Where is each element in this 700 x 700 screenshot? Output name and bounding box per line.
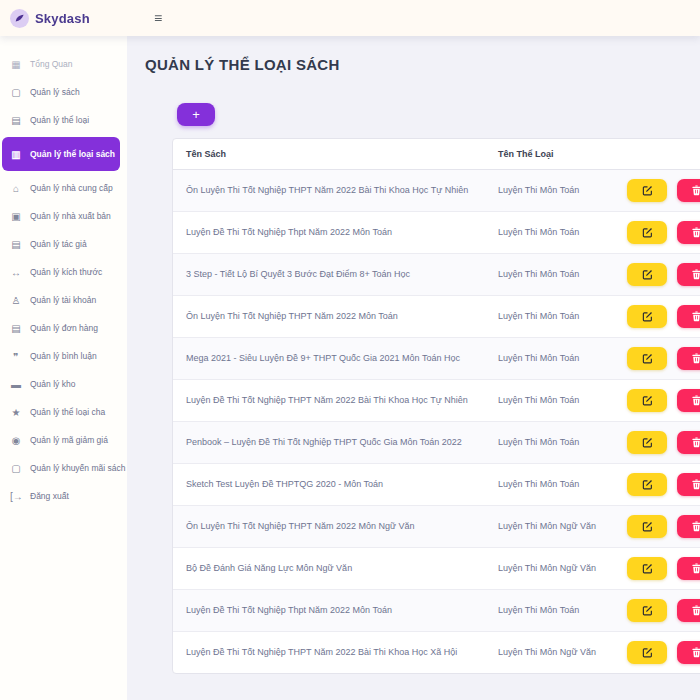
sidebar-item-quan-ly-sach[interactable]: ▢Quản lý sách [0,78,127,106]
actions-cell [615,337,700,379]
delete-button[interactable] [677,557,700,580]
trash-icon [691,521,700,532]
actions-cell [615,211,700,253]
table-row: Mega 2021 - Siêu Luyện Đề 9+ THPT Quốc G… [173,337,700,379]
sidebar: ▦Tổng Quan▢Quản lý sách▤Quản lý thể loại… [0,36,127,700]
sidebar-item-label: Quản lý kho [30,379,75,389]
sidebar-item-label: Quản lý tác giả [30,239,87,249]
sidebar-item-quan-ly-binh-luan[interactable]: ❞Quản lý bình luận [0,342,127,370]
edit-button[interactable] [627,389,667,412]
edit-button[interactable] [627,599,667,622]
sidebar-item-quan-ly-ma-giam-gia[interactable]: ◉Quản lý mã giảm giá [0,426,127,454]
sidebar-item-quan-ly-khuyen-mai-sach[interactable]: ▢Quản lý khuyến mãi sách [0,454,127,482]
book-name-cell: Luyện Đề Thi Tốt Nghiệp Thpt Năm 2022 Mô… [173,211,485,253]
actions-cell [615,505,700,547]
delete-button[interactable] [677,305,700,328]
actions-cell [615,421,700,463]
category-icon: ▤ [10,115,22,126]
edit-button[interactable] [627,431,667,454]
add-button[interactable]: + [177,103,215,126]
book-name-cell: Luyện Đề Thi Tốt Nghiệp THPT Năm 2022 Bà… [173,379,485,421]
edit-button[interactable] [627,473,667,496]
actions-cell [615,589,700,631]
actions-cell [615,169,700,211]
sidebar-item-quan-ly-kho[interactable]: ▬Quản lý kho [0,370,127,398]
pencil-square-icon [642,227,653,238]
sidebar-item-quan-ly-nha-xuat-ban[interactable]: ▣Quản lý nhà xuất bản [0,202,127,230]
sidebar-item-label: Quản lý kích thước [30,267,102,277]
sidebar-item-quan-ly-the-loai-cha[interactable]: ★Quản lý thể loại cha [0,398,127,426]
category-cell: Luyện Thi Môn Ngữ Văn [485,631,615,673]
sidebar-item-quan-ly-tai-khoan[interactable]: ♙Quản lý tài khoản [0,286,127,314]
brand[interactable]: Skydash [0,9,127,28]
actions-cell [615,253,700,295]
sidebar-item-label: Quản lý tài khoản [30,295,96,305]
table-header-row: Tên Sách Tên Thể Loại [173,139,700,169]
edit-button[interactable] [627,515,667,538]
delete-button[interactable] [677,515,700,538]
edit-button[interactable] [627,221,667,244]
top-navbar: Skydash ≡ [0,0,700,36]
edit-button[interactable] [627,263,667,286]
book-name-cell: Bộ Đề Đánh Giá Năng Lực Môn Ngữ Văn [173,547,485,589]
trash-icon [691,353,700,364]
category-cell: Luyện Thi Môn Toán [485,421,615,463]
delete-button[interactable] [677,221,700,244]
table-row: Luyện Đề Thi Tốt Nghiệp THPT Năm 2022 Bà… [173,631,700,673]
sidebar-item-quan-ly-the-loai[interactable]: ▤Quản lý thể loại [0,106,127,134]
trash-icon [691,437,700,448]
delete-button[interactable] [677,179,700,202]
sidebar-item-label: Quản lý sách [30,87,80,97]
book-category-icon: ▥ [10,149,22,160]
grid-icon: ▦ [10,59,22,70]
delete-button[interactable] [677,641,700,664]
content-area: + Tên Sách Tên Thể Loại Ôn Luyện Thi Tốt… [172,103,700,674]
sidebar-item-tong-quan[interactable]: ▦Tổng Quan [0,50,127,78]
actions-cell [615,379,700,421]
pencil-square-icon [642,521,653,532]
delete-button[interactable] [677,347,700,370]
delete-button[interactable] [677,389,700,412]
pencil-square-icon [642,605,653,616]
edit-button[interactable] [627,179,667,202]
sidebar-item-quan-ly-the-loai-sach[interactable]: ▥Quản lý thể loại sách [2,137,120,171]
book-name-cell: Mega 2021 - Siêu Luyện Đề 9+ THPT Quốc G… [173,337,485,379]
category-cell: Luyện Thi Môn Ngữ Văn [485,547,615,589]
edit-button[interactable] [627,305,667,328]
book-name-cell: 3 Step - Tiết Lộ Bí Quyết 3 Bước Đạt Điể… [173,253,485,295]
edit-button[interactable] [627,641,667,664]
column-header-actions [615,139,700,169]
sidebar-item-label: Quản lý đơn hàng [30,323,98,333]
delete-button[interactable] [677,431,700,454]
star-icon: ★ [10,407,22,418]
comments-icon: ❞ [10,351,22,362]
category-cell: Luyện Thi Môn Toán [485,337,615,379]
menu-toggle-button[interactable]: ≡ [152,9,164,27]
delete-button[interactable] [677,473,700,496]
pencil-square-icon [642,563,653,574]
column-header-category: Tên Thể Loại [485,139,615,169]
delete-button[interactable] [677,263,700,286]
sidebar-item-label: Quản lý thể loại cha [30,407,105,417]
logout-icon: [→ [10,491,22,502]
sidebar-item-quan-ly-tac-gia[interactable]: ▤Quản lý tác giả [0,230,127,258]
table-row: Sketch Test Luyện Đề THPTQG 2020 - Môn T… [173,463,700,505]
sidebar-item-quan-ly-don-hang[interactable]: ▤Quản lý đơn hàng [0,314,127,342]
edit-button[interactable] [627,557,667,580]
sidebar-item-quan-ly-nha-cung-cap[interactable]: ⌂Quản lý nhà cung cấp [0,174,127,202]
sidebar-item-quan-ly-kich-thuoc[interactable]: ↔Quản lý kích thước [0,258,127,286]
edit-button[interactable] [627,347,667,370]
sidebar-item-dang-xuat[interactable]: [→Đăng xuất [0,482,127,510]
category-cell: Luyện Thi Môn Toán [485,169,615,211]
table-row: Ôn Luyện Thi Tốt Nghiệp THPT Năm 2022 Mô… [173,295,700,337]
pencil-square-icon [642,647,653,658]
book-name-cell: Ôn Luyện Thi Tốt Nghiệp THPT Năm 2022 Mô… [173,505,485,547]
trash-icon [691,269,700,280]
sidebar-item-label: Quản lý thể loại [30,115,89,125]
book-name-cell: Sketch Test Luyện Đề THPTQG 2020 - Môn T… [173,463,485,505]
order-file-icon: ▤ [10,323,22,334]
brand-name: Skydash [35,11,90,26]
pencil-square-icon [642,395,653,406]
actions-cell [615,631,700,673]
delete-button[interactable] [677,599,700,622]
